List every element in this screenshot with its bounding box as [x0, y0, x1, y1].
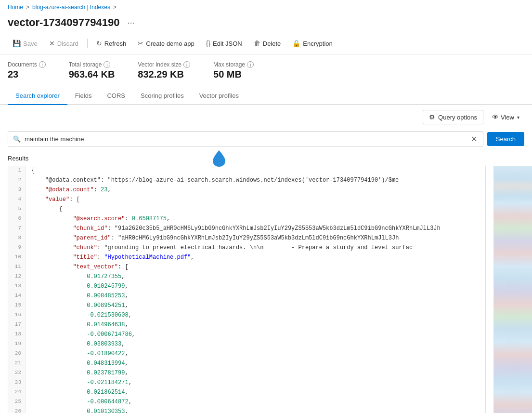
total-storage-info-icon[interactable]: i: [104, 61, 110, 68]
line-number: 20: [8, 349, 26, 359]
save-button[interactable]: 💾 Save: [8, 37, 42, 50]
line-number: 13: [8, 282, 26, 292]
discard-icon: ✕: [49, 40, 55, 47]
line-number: 17: [8, 320, 26, 330]
line-content: -0.0006714786,: [26, 330, 141, 340]
demo-label: Create demo app: [146, 40, 194, 47]
search-magnifier-icon: 🔍: [13, 135, 21, 143]
edit-json-label: Edit JSON: [213, 40, 242, 47]
table-row: 6 "@search.score": 0.65087175,: [8, 214, 485, 224]
vector-index-value: 832.29 KB: [138, 69, 190, 80]
table-row: 16 -0.021530608,: [8, 311, 485, 320]
total-storage-value: 963.64 KB: [69, 69, 115, 80]
table-row: 19 0.03803933,: [8, 340, 485, 349]
minimap: [493, 166, 532, 413]
minimap-content: [494, 166, 532, 413]
tab-fields[interactable]: Fields: [67, 87, 100, 105]
table-row: 24 0.021862514,: [8, 388, 485, 398]
max-storage-info-icon[interactable]: i: [247, 61, 254, 68]
line-number: 11: [8, 263, 26, 272]
line-content: -0.000644872,: [26, 398, 138, 407]
tab-cors[interactable]: CORS: [99, 87, 133, 105]
breadcrumb-indexes[interactable]: blog-azure-ai-search | Indexes: [32, 4, 110, 11]
refresh-button[interactable]: ↻ Refresh: [91, 37, 131, 50]
line-content: "@odata.context": "https://blog-azure-ai…: [26, 176, 404, 186]
more-options-button[interactable]: ···: [124, 17, 137, 29]
line-number: 10: [8, 253, 26, 263]
breadcrumb-sep1: >: [26, 4, 29, 11]
discard-label: Discard: [57, 40, 78, 47]
delete-button[interactable]: 🗑 Delete: [249, 37, 286, 50]
line-content: {: [26, 166, 40, 176]
line-content: 0.010130353,: [26, 407, 134, 413]
documents-label: Documents: [8, 61, 37, 68]
line-content: 0.048313994,: [26, 359, 134, 369]
line-number: 1: [8, 166, 26, 176]
save-icon: 💾: [13, 40, 21, 47]
toolbar-separator-1: [87, 39, 88, 48]
line-number: 7: [8, 224, 26, 234]
total-storage-stat: Total storage i 963.64 KB: [69, 61, 115, 80]
encryption-button[interactable]: 🔒 Encryption: [287, 37, 337, 50]
table-row: 21 0.048313994,: [8, 359, 485, 369]
vector-index-stat: Vector index size i 832.29 KB: [138, 61, 190, 80]
line-content: 0.03803933,: [26, 340, 130, 349]
line-content: 0.010245799,: [26, 282, 134, 292]
line-number: 24: [8, 388, 26, 398]
line-number: 4: [8, 195, 26, 205]
create-demo-button[interactable]: ✂ Create demo app: [133, 37, 199, 50]
table-row: 9 "chunk": "grounding to prevent electri…: [8, 243, 485, 253]
line-number: 14: [8, 292, 26, 301]
table-row: 7 "chunk_id": "91a2620c35b5_aHR0cHM6Ly9i…: [8, 224, 485, 234]
clear-search-button[interactable]: ✕: [470, 134, 478, 144]
search-options-toolbar: ⚙ Query options 👁 View ▾: [0, 105, 532, 129]
vector-index-info-icon[interactable]: i: [183, 61, 190, 68]
table-row: 22 0.023781799,: [8, 369, 485, 378]
table-row: 20 -0.01890422,: [8, 349, 485, 359]
table-row: 17 0.014964638,: [8, 320, 485, 330]
gear-icon: ⚙: [429, 113, 435, 121]
table-row: 2 "@odata.context": "https://blog-azure-…: [8, 176, 485, 186]
tab-scoring-profiles[interactable]: Scoring profiles: [133, 87, 192, 105]
view-button[interactable]: 👁 View ▾: [487, 110, 524, 124]
line-number: 12: [8, 272, 26, 282]
line-number: 15: [8, 301, 26, 311]
line-content: 0.014964638,: [26, 320, 134, 330]
line-content: "chunk_id": "91a2620c35b5_aHR0cHM6Ly9ibG…: [26, 224, 446, 234]
search-input-wrap: 🔍 ✕: [8, 131, 483, 147]
documents-info-icon[interactable]: i: [39, 61, 46, 68]
query-options-button[interactable]: ⚙ Query options: [423, 110, 483, 124]
breadcrumb: Home > blog-azure-ai-search | Indexes >: [0, 0, 532, 14]
encryption-icon: 🔒: [292, 40, 300, 47]
code-panel[interactable]: 1{2 "@odata.context": "https://blog-azur…: [8, 166, 486, 413]
search-button[interactable]: Search: [487, 132, 524, 146]
view-label: View: [501, 114, 514, 121]
page-title: vector-1734097794190: [8, 16, 119, 29]
line-number: 25: [8, 398, 26, 407]
line-content: -0.01890422,: [26, 349, 134, 359]
table-row: 23 -0.021184271,: [8, 378, 485, 388]
discard-button[interactable]: ✕ Discard: [44, 37, 83, 50]
line-content: 0.01727355,: [26, 272, 130, 282]
table-row: 3 "@odata.count": 23,: [8, 186, 485, 195]
line-content: 0.008485253,: [26, 292, 134, 301]
line-content: "@search.score": 0.65087175,: [26, 214, 176, 224]
table-row: 13 0.010245799,: [8, 282, 485, 292]
table-row: 5 {: [8, 205, 485, 214]
encryption-label: Encryption: [303, 40, 332, 47]
search-input[interactable]: [25, 135, 470, 143]
breadcrumb-home[interactable]: Home: [8, 4, 23, 11]
tab-vector-profiles[interactable]: Vector profiles: [192, 87, 247, 105]
table-row: 8 "parent_id": "aHR0cHM6Ly9ibG9ncGhkYXRh…: [8, 234, 485, 243]
table-row: 4 "value": [: [8, 195, 485, 205]
table-row: 18 -0.0006714786,: [8, 330, 485, 340]
edit-json-button[interactable]: {} Edit JSON: [201, 37, 247, 50]
edit-json-icon: {}: [206, 40, 210, 47]
line-content: "title": "HypotheticalMachine.pdf",: [26, 253, 200, 263]
tab-search-explorer[interactable]: Search explorer: [8, 87, 67, 105]
line-content: "chunk": "grounding to prevent electrica…: [26, 243, 418, 253]
query-options-label: Query options: [438, 114, 477, 121]
table-row: 15 0.008954251,: [8, 301, 485, 311]
refresh-label: Refresh: [104, 40, 127, 47]
table-row: 10 "title": "HypotheticalMachine.pdf",: [8, 253, 485, 263]
